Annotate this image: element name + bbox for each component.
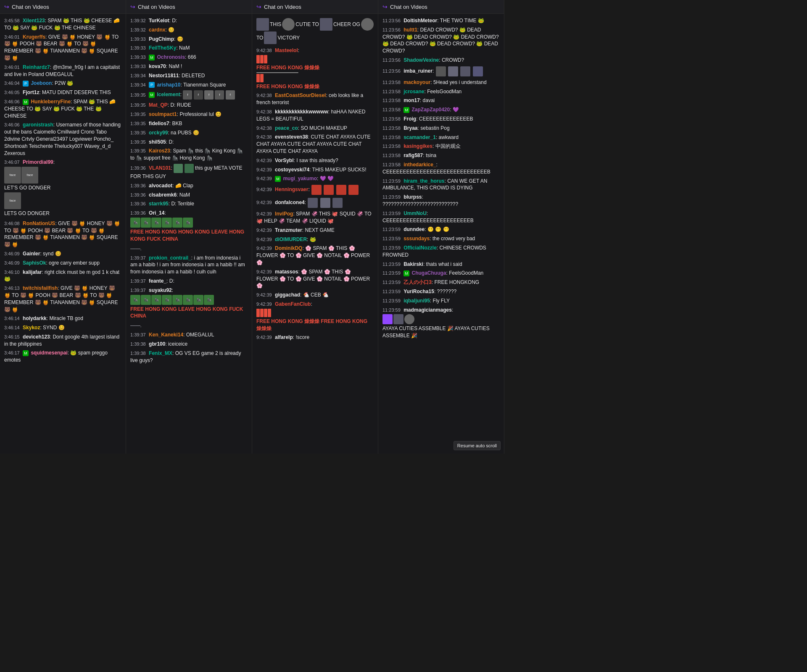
username[interactable]: Reinhardz7 [23, 64, 50, 70]
username[interactable]: inthedarkice_ [404, 162, 436, 168]
popout-icon[interactable]: ↪ [256, 3, 261, 10]
username[interactable]: hultt1 [404, 27, 417, 33]
username[interactable]: imba_ruiner [404, 68, 433, 74]
username[interactable]: RonNationUS [23, 220, 55, 226]
username[interactable]: donfalcone4 [275, 200, 305, 205]
username[interactable]: costoyevski74 [275, 167, 309, 173]
username[interactable]: VorSybl [275, 158, 293, 163]
username[interactable]: suyaku92 [149, 287, 172, 293]
username[interactable]: Froig [404, 116, 416, 122]
username[interactable]: Bakirski [404, 261, 423, 267]
username[interactable]: mackoyour [404, 79, 430, 85]
username[interactable]: madmagicianmages [404, 307, 452, 313]
username[interactable]: mon17 [404, 97, 420, 103]
username[interactable]: giggachad [275, 292, 300, 298]
username[interactable]: Bryaa [404, 125, 417, 131]
username[interactable]: holydarkk [23, 315, 47, 321]
username[interactable]: GabenFanClub [275, 301, 311, 307]
username[interactable]: orcky99 [149, 130, 168, 136]
username[interactable]: DoltishMeteor [404, 18, 437, 24]
username[interactable]: FeilTheSKy [149, 45, 176, 51]
username[interactable]: cardnx [149, 27, 165, 33]
username[interactable]: Mat_QP [149, 102, 168, 108]
username[interactable]: Icelement [157, 92, 180, 98]
username[interactable]: soulmpact1 [149, 111, 177, 117]
username[interactable]: Gainler [23, 251, 40, 257]
username[interactable]: kova70 [149, 63, 166, 69]
username[interactable]: blurpss [404, 194, 422, 200]
username[interactable]: feante_ [149, 278, 166, 284]
username[interactable]: garonistrash [23, 122, 53, 128]
username[interactable]: HunkleberryFine [31, 99, 71, 105]
username[interactable]: starrk95 [149, 201, 169, 207]
username[interactable]: SaphisOk [23, 260, 46, 266]
username[interactable]: ChugaChuuga [412, 270, 446, 276]
username[interactable]: TurKelot [149, 18, 169, 24]
popout-icon[interactable]: ↪ [382, 3, 388, 10]
username[interactable]: gbr100 [149, 341, 165, 347]
username[interactable]: jcrosane [404, 89, 424, 94]
chat-messages-4[interactable]: 11:23:56 DoltishMeteor: THE TWO TIME 🐸 1… [378, 14, 504, 454]
username[interactable]: squidmesenpai [31, 350, 67, 356]
username[interactable]: alvocadot [149, 183, 172, 189]
username[interactable]: Fenix_MX [149, 350, 172, 356]
msg-row: 11:23:59 Bakirski: thats what i said [380, 260, 502, 269]
username[interactable]: matassos [275, 269, 298, 275]
username[interactable]: sssundays [404, 236, 430, 242]
username[interactable]: hiram_the_horus [404, 178, 444, 184]
username[interactable]: EastCoastSourDiesel [275, 92, 326, 98]
username[interactable]: rafig587 [404, 152, 423, 158]
username[interactable]: InviPog [275, 211, 293, 217]
username[interactable]: OfficialNozzle [404, 245, 437, 251]
username[interactable]: Nestor11811 [149, 73, 179, 79]
username[interactable]: DominikDQ [275, 245, 302, 251]
username[interactable]: dunndee [404, 226, 425, 232]
username[interactable]: Ori_14 [149, 210, 164, 216]
msg-row: 3:46:04 P Joeboon: P2W 🐸 [2, 79, 124, 88]
username[interactable]: kkkkkkkkkkkkwwwww [275, 109, 328, 115]
username[interactable]: evensteven38 [275, 134, 308, 140]
username[interactable]: twitchisfailfish [23, 285, 58, 291]
username[interactable]: PrimordiaI99 [23, 159, 53, 165]
username[interactable]: PugChimp [149, 36, 174, 42]
username[interactable]: Kairos23 [149, 148, 170, 154]
username[interactable]: Masteelol [275, 47, 298, 53]
username[interactable]: Joeboon [31, 80, 52, 86]
username[interactable]: alfarelp [275, 334, 293, 340]
username[interactable]: VLAN101 [149, 165, 171, 171]
chat-messages-3[interactable]: THIS CUTIE TO CHEER OG TO VICTORY 9:42:3… [252, 14, 378, 454]
username[interactable]: kasinggikes [404, 143, 433, 149]
username[interactable]: Fjort1z [23, 89, 39, 95]
username[interactable]: scamander_1 [404, 134, 436, 140]
username[interactable]: Xilent123 [23, 18, 45, 24]
username[interactable]: Ken_Kaneki14 [149, 332, 183, 338]
resume-autoscroll-button[interactable]: Resume auto scroll [454, 441, 501, 450]
username[interactable]: iqbaljuni95 [404, 298, 430, 304]
username[interactable]: shil505 [149, 139, 166, 145]
chat-messages-1[interactable]: 3:45:58 Xilent123: SPAM 🐸 THIS 🐸 CHEESE … [0, 14, 126, 454]
username[interactable]: Henningsvaer [275, 186, 308, 192]
chat-messages-2[interactable]: 1:39:32 TurKelot: D: 1:39:32 cardnx: 😊 1… [126, 14, 252, 454]
username[interactable]: kalijafar [23, 269, 42, 275]
username[interactable]: diOIMURDER [275, 236, 307, 242]
username[interactable]: UmmNoU [404, 210, 427, 216]
username[interactable]: ZapZapZap0420 [412, 107, 450, 113]
msg-row: 11:23:58 mackoyour: 5Head yes i understa… [380, 78, 502, 87]
username[interactable]: Tranzmuter [275, 227, 302, 233]
username[interactable]: ShadowVexine [404, 57, 439, 63]
username[interactable]: arishap10 [157, 82, 180, 88]
username[interactable]: mugi_yakumo [283, 176, 317, 181]
username[interactable]: Krugerffs [23, 34, 45, 40]
username[interactable]: 乙人の小口3 [404, 279, 432, 285]
username[interactable]: prokion_contrail_ [149, 255, 191, 261]
username[interactable]: clsabremk6 [149, 192, 177, 198]
username[interactable]: YuriRocha15 [404, 289, 434, 294]
username[interactable]: fidelios7 [149, 121, 169, 126]
username[interactable]: deviceh123 [23, 334, 50, 340]
popout-icon[interactable]: ↪ [4, 3, 9, 10]
username[interactable]: Ochronosis [157, 54, 185, 60]
username[interactable]: peace_co [275, 125, 298, 131]
username[interactable]: Skykoz [23, 325, 40, 331]
msg-row: 3:46:17 M squidmesenpai: 🐸 spam preggo e… [2, 349, 124, 365]
popout-icon[interactable]: ↪ [130, 3, 135, 10]
